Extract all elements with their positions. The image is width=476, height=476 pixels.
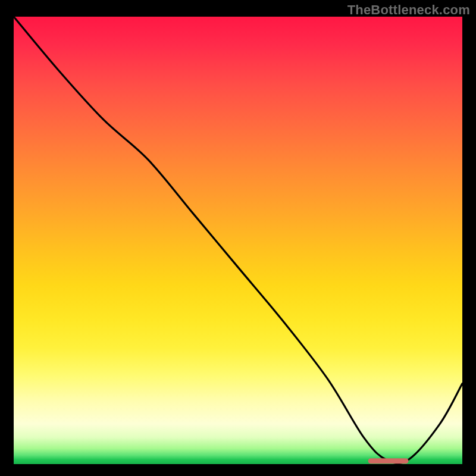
watermark-text: TheBottleneck.com (347, 2, 470, 18)
chart-gradient-bg (14, 17, 462, 464)
bottleneck-curve (14, 17, 462, 464)
chart-frame (9, 17, 467, 469)
optimal-marker (14, 17, 462, 464)
svg-rect-0 (368, 458, 409, 464)
